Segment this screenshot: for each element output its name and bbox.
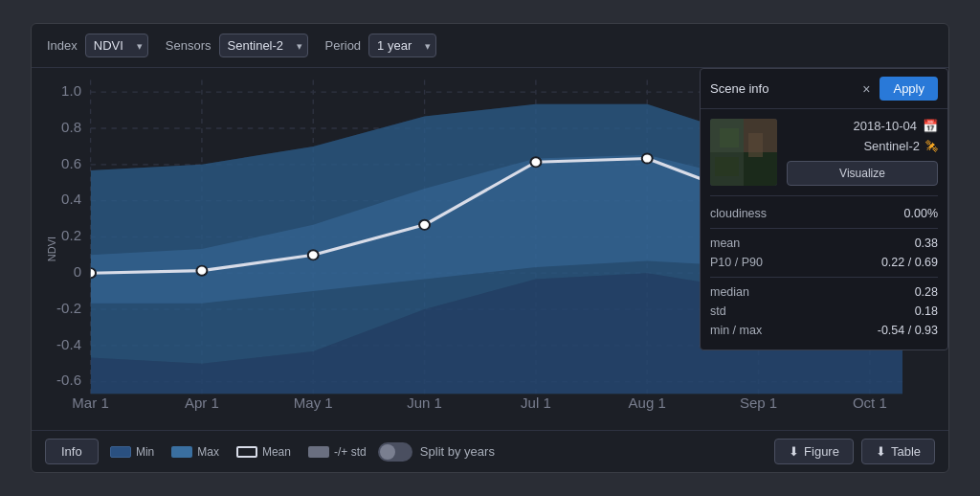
scene-info-title: Scene info	[710, 81, 768, 96]
legend-max: Max	[171, 445, 219, 459]
main-panel: Index NDVI Sensors Sentinel-2 Period 1 y…	[31, 23, 949, 473]
legend-min-color	[110, 446, 131, 458]
right-buttons: ⬇ Figure ⬇ Table	[774, 439, 935, 464]
svg-point-41	[308, 250, 319, 259]
visualize-button[interactable]: Visualize	[787, 161, 938, 186]
stat-std: std 0.18	[710, 302, 938, 321]
download-figure-icon: ⬇	[789, 444, 799, 459]
period-group: Period 1 year	[325, 34, 437, 57]
scene-thumbnail	[710, 119, 777, 186]
scene-date-row: 2018-10-04 📅	[787, 119, 938, 133]
scene-sensor-row: Sentinel-2 🛰	[787, 139, 938, 153]
legend-min: Min	[110, 445, 154, 459]
calendar-icon: 📅	[923, 119, 938, 133]
scene-info-header-actions: × Apply	[858, 77, 938, 101]
svg-text:1.0: 1.0	[61, 84, 81, 99]
svg-text:-0.2: -0.2	[56, 301, 81, 315]
scene-top-row: 2018-10-04 📅 Sentinel-2 🛰 Visualize	[710, 119, 938, 186]
legend: Min Max Mean -/+ std	[99, 445, 378, 459]
svg-text:Oct 1: Oct 1	[853, 396, 887, 411]
chart-area: NDVI	[32, 68, 948, 430]
legend-mean: Mean	[236, 445, 291, 459]
stat-cloudiness-value: 0.00%	[904, 207, 938, 220]
stat-median-label: median	[710, 285, 749, 299]
scene-date: 2018-10-04	[854, 119, 918, 133]
info-button[interactable]: Info	[45, 439, 99, 464]
svg-text:Aug 1: Aug 1	[629, 396, 666, 411]
scene-info-header: Scene info × Apply	[701, 69, 947, 109]
sensors-label: Sensors	[166, 38, 212, 53]
table-label: Table	[891, 444, 921, 459]
svg-point-40	[196, 266, 207, 276]
sensors-group: Sensors Sentinel-2	[166, 34, 308, 57]
split-toggle-label: Split by years	[420, 444, 495, 459]
period-select-wrapper[interactable]: 1 year	[368, 34, 436, 57]
index-select-wrapper[interactable]: NDVI	[85, 34, 148, 57]
legend-max-color	[171, 446, 192, 458]
scene-info-body: 2018-10-04 📅 Sentinel-2 🛰 Visualize clou…	[701, 109, 947, 349]
index-group: Index NDVI	[47, 34, 148, 57]
svg-text:0.6: 0.6	[61, 156, 81, 170]
stat-std-label: std	[710, 304, 726, 318]
stat-cloudiness: cloudiness 0.00%	[710, 204, 938, 223]
toggle-knob	[380, 444, 395, 460]
sensors-select[interactable]: Sentinel-2	[219, 34, 308, 57]
svg-rect-54	[748, 133, 763, 157]
svg-text:Jun 1: Jun 1	[407, 396, 442, 411]
split-toggle: Split by years	[378, 442, 495, 462]
svg-text:0.8: 0.8	[61, 120, 81, 134]
close-button[interactable]: ×	[858, 80, 874, 98]
svg-point-42	[419, 220, 430, 230]
svg-text:Sep 1: Sep 1	[740, 396, 777, 411]
stat-mean-value: 0.38	[915, 237, 938, 250]
download-table-icon: ⬇	[876, 444, 886, 459]
svg-text:-0.4: -0.4	[56, 337, 81, 351]
table-button[interactable]: ⬇ Table	[861, 439, 935, 464]
stat-mean-label: mean	[710, 237, 740, 250]
stat-minmax: min / max -0.54 / 0.93	[710, 321, 938, 340]
sensors-select-wrapper[interactable]: Sentinel-2	[219, 34, 308, 57]
stat-p10p90-value: 0.22 / 0.69	[881, 256, 938, 269]
svg-text:Apr 1: Apr 1	[185, 396, 219, 411]
stat-minmax-label: min / max	[710, 324, 762, 337]
toolbar: Index NDVI Sensors Sentinel-2 Period 1 y…	[32, 24, 948, 68]
scene-info-panel: Scene info × Apply	[700, 68, 948, 350]
stat-mean: mean 0.38	[710, 234, 938, 253]
index-label: Index	[47, 38, 78, 53]
scene-stats: cloudiness 0.00% mean 0.38 P10 / P90 0.2…	[710, 195, 938, 340]
svg-rect-52	[744, 152, 777, 186]
stat-median-value: 0.28	[915, 285, 938, 299]
satellite-icon: 🛰	[925, 139, 938, 153]
period-select[interactable]: 1 year	[368, 34, 436, 57]
legend-mean-color	[236, 446, 257, 458]
legend-max-label: Max	[197, 445, 219, 459]
scene-sensor: Sentinel-2	[863, 139, 920, 153]
split-toggle-switch[interactable]	[378, 442, 412, 462]
stat-std-value: 0.18	[915, 304, 938, 318]
legend-std-label: -/+ std	[334, 445, 367, 459]
svg-text:Jul 1: Jul 1	[521, 396, 551, 411]
stat-minmax-value: -0.54 / 0.93	[878, 324, 938, 337]
index-select[interactable]: NDVI	[85, 34, 148, 57]
stat-p10p90-label: P10 / P90	[710, 256, 763, 269]
period-label: Period	[325, 38, 362, 53]
svg-rect-55	[715, 157, 739, 176]
legend-std-color	[308, 446, 329, 458]
legend-std: -/+ std	[308, 445, 367, 459]
figure-button[interactable]: ⬇ Figure	[774, 439, 854, 464]
svg-text:0: 0	[74, 265, 81, 280]
stat-median: median 0.28	[710, 282, 938, 302]
stat-p10p90: P10 / P90 0.22 / 0.69	[710, 253, 938, 272]
svg-text:0.4: 0.4	[61, 192, 81, 207]
svg-text:May 1: May 1	[294, 396, 333, 411]
apply-button[interactable]: Apply	[880, 77, 938, 101]
svg-text:0.2: 0.2	[61, 229, 81, 243]
bottom-bar: Info Min Max Mean -/+ std Split	[32, 430, 948, 472]
svg-text:-0.6: -0.6	[56, 373, 81, 388]
legend-mean-label: Mean	[262, 445, 291, 459]
figure-label: Figure	[804, 444, 839, 459]
svg-rect-53	[720, 128, 739, 147]
svg-point-43	[530, 157, 541, 167]
scene-meta: 2018-10-04 📅 Sentinel-2 🛰 Visualize	[787, 119, 938, 186]
svg-text:Mar 1: Mar 1	[72, 396, 108, 411]
